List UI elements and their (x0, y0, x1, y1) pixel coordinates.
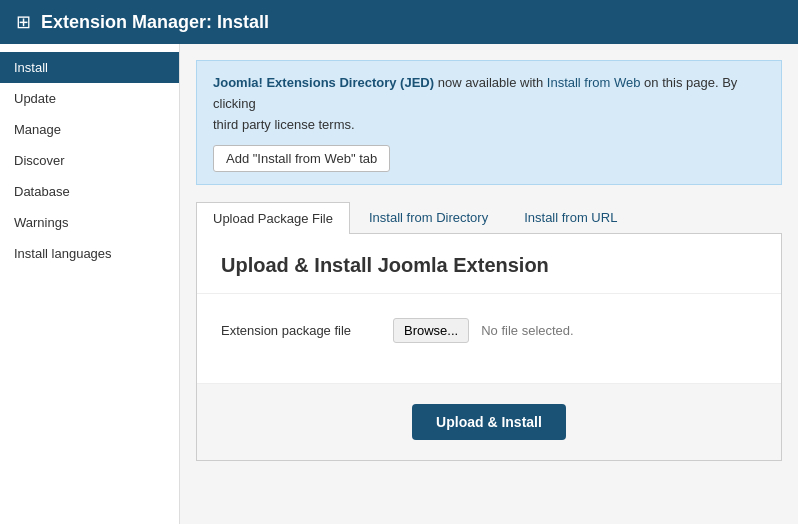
puzzle-icon: ⊞ (16, 11, 31, 33)
panel-title: Upload & Install Joomla Extension (197, 234, 781, 294)
tab-upload-package-file[interactable]: Upload Package File (196, 202, 350, 234)
main-content: Joomla! Extensions Directory (JED) now a… (180, 44, 798, 524)
form-section: Extension package file Browse... No file… (197, 294, 781, 383)
sidebar-item-manage[interactable]: Manage (0, 114, 179, 145)
sidebar-item-database[interactable]: Database (0, 176, 179, 207)
page-title: Extension Manager: Install (41, 12, 269, 33)
tab-install-from-url[interactable]: Install from URL (507, 201, 634, 233)
sidebar: Install Update Manage Discover Database … (0, 44, 180, 524)
no-file-selected-text: No file selected. (481, 323, 574, 338)
file-input-label: Extension package file (221, 323, 381, 338)
banner-line2: third party license terms. (213, 117, 355, 132)
sidebar-item-update[interactable]: Update (0, 83, 179, 114)
jed-link: Joomla! Extensions Directory (JED) (213, 75, 434, 90)
info-banner: Joomla! Extensions Directory (JED) now a… (196, 60, 782, 185)
content-panel: Upload & Install Joomla Extension Extens… (196, 234, 782, 461)
main-layout: Install Update Manage Discover Database … (0, 44, 798, 524)
upload-install-button[interactable]: Upload & Install (412, 404, 566, 440)
sidebar-item-discover[interactable]: Discover (0, 145, 179, 176)
sidebar-item-install-languages[interactable]: Install languages (0, 238, 179, 269)
add-install-from-web-tab-button[interactable]: Add "Install from Web" tab (213, 145, 390, 172)
tab-install-from-directory[interactable]: Install from Directory (352, 201, 505, 233)
install-from-web-link[interactable]: Install from Web (547, 75, 641, 90)
upload-section: Upload & Install (197, 383, 781, 460)
browse-button[interactable]: Browse... (393, 318, 469, 343)
sidebar-item-warnings[interactable]: Warnings (0, 207, 179, 238)
tab-bar: Upload Package File Install from Directo… (196, 201, 782, 234)
banner-text-middle: now available with (434, 75, 547, 90)
file-input-row: Extension package file Browse... No file… (221, 318, 757, 343)
sidebar-item-install[interactable]: Install (0, 52, 179, 83)
app-header: ⊞ Extension Manager: Install (0, 0, 798, 44)
